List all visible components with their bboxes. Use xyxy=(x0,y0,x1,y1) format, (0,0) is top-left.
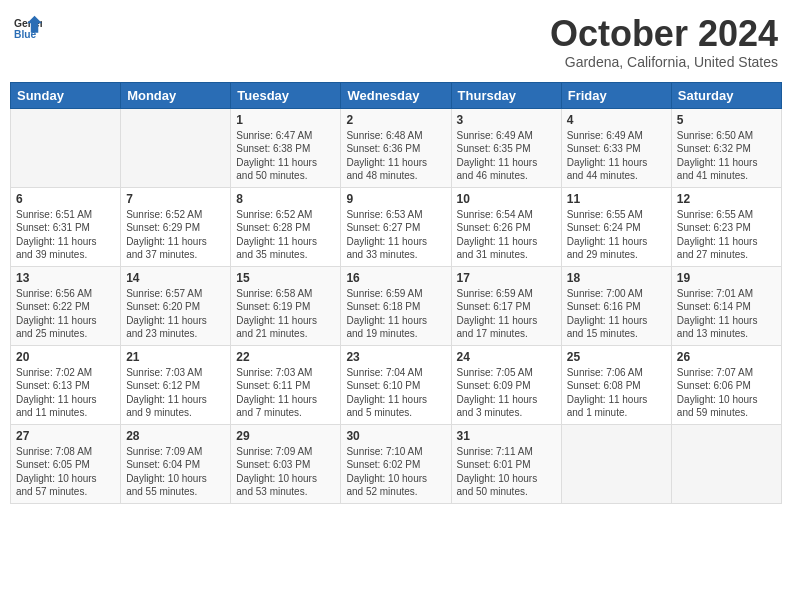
calendar-cell: 19Sunrise: 7:01 AMSunset: 6:14 PMDayligh… xyxy=(671,266,781,345)
sunset-text: Sunset: 6:32 PM xyxy=(677,142,776,156)
daylight-text: Daylight: 11 hours and 46 minutes. xyxy=(457,156,556,183)
cell-content: Sunrise: 7:09 AMSunset: 6:04 PMDaylight:… xyxy=(126,445,225,499)
calendar-cell: 24Sunrise: 7:05 AMSunset: 6:09 PMDayligh… xyxy=(451,345,561,424)
cell-content: Sunrise: 6:55 AMSunset: 6:23 PMDaylight:… xyxy=(677,208,776,262)
day-number: 3 xyxy=(457,113,556,127)
weekday-header: Thursday xyxy=(451,82,561,108)
day-number: 13 xyxy=(16,271,115,285)
cell-content: Sunrise: 7:03 AMSunset: 6:11 PMDaylight:… xyxy=(236,366,335,420)
cell-content: Sunrise: 7:03 AMSunset: 6:12 PMDaylight:… xyxy=(126,366,225,420)
calendar-cell: 12Sunrise: 6:55 AMSunset: 6:23 PMDayligh… xyxy=(671,187,781,266)
daylight-text: Daylight: 11 hours and 5 minutes. xyxy=(346,393,445,420)
sunset-text: Sunset: 6:31 PM xyxy=(16,221,115,235)
daylight-text: Daylight: 11 hours and 35 minutes. xyxy=(236,235,335,262)
calendar-cell: 5Sunrise: 6:50 AMSunset: 6:32 PMDaylight… xyxy=(671,108,781,187)
day-number: 19 xyxy=(677,271,776,285)
day-number: 10 xyxy=(457,192,556,206)
sunrise-text: Sunrise: 6:53 AM xyxy=(346,208,445,222)
sunset-text: Sunset: 6:08 PM xyxy=(567,379,666,393)
calendar-cell: 18Sunrise: 7:00 AMSunset: 6:16 PMDayligh… xyxy=(561,266,671,345)
sunset-text: Sunset: 6:36 PM xyxy=(346,142,445,156)
sunset-text: Sunset: 6:24 PM xyxy=(567,221,666,235)
day-number: 24 xyxy=(457,350,556,364)
day-number: 31 xyxy=(457,429,556,443)
day-number: 26 xyxy=(677,350,776,364)
daylight-text: Daylight: 10 hours and 55 minutes. xyxy=(126,472,225,499)
sunrise-text: Sunrise: 6:50 AM xyxy=(677,129,776,143)
cell-content: Sunrise: 6:57 AMSunset: 6:20 PMDaylight:… xyxy=(126,287,225,341)
calendar-cell: 6Sunrise: 6:51 AMSunset: 6:31 PMDaylight… xyxy=(11,187,121,266)
logo: General Blue xyxy=(14,14,42,42)
day-number: 6 xyxy=(16,192,115,206)
calendar-week-row: 6Sunrise: 6:51 AMSunset: 6:31 PMDaylight… xyxy=(11,187,782,266)
sunrise-text: Sunrise: 6:55 AM xyxy=(567,208,666,222)
calendar-cell: 31Sunrise: 7:11 AMSunset: 6:01 PMDayligh… xyxy=(451,424,561,503)
sunrise-text: Sunrise: 6:56 AM xyxy=(16,287,115,301)
sunset-text: Sunset: 6:02 PM xyxy=(346,458,445,472)
sunrise-text: Sunrise: 6:52 AM xyxy=(126,208,225,222)
weekday-header: Saturday xyxy=(671,82,781,108)
daylight-text: Daylight: 11 hours and 37 minutes. xyxy=(126,235,225,262)
calendar-cell: 3Sunrise: 6:49 AMSunset: 6:35 PMDaylight… xyxy=(451,108,561,187)
day-number: 30 xyxy=(346,429,445,443)
daylight-text: Daylight: 11 hours and 17 minutes. xyxy=(457,314,556,341)
day-number: 12 xyxy=(677,192,776,206)
day-number: 11 xyxy=(567,192,666,206)
daylight-text: Daylight: 10 hours and 59 minutes. xyxy=(677,393,776,420)
sunrise-text: Sunrise: 6:51 AM xyxy=(16,208,115,222)
daylight-text: Daylight: 11 hours and 21 minutes. xyxy=(236,314,335,341)
calendar-cell: 21Sunrise: 7:03 AMSunset: 6:12 PMDayligh… xyxy=(121,345,231,424)
calendar-cell: 23Sunrise: 7:04 AMSunset: 6:10 PMDayligh… xyxy=(341,345,451,424)
day-number: 21 xyxy=(126,350,225,364)
sunrise-text: Sunrise: 7:08 AM xyxy=(16,445,115,459)
day-number: 20 xyxy=(16,350,115,364)
sunrise-text: Sunrise: 7:04 AM xyxy=(346,366,445,380)
calendar-cell xyxy=(671,424,781,503)
calendar-week-row: 1Sunrise: 6:47 AMSunset: 6:38 PMDaylight… xyxy=(11,108,782,187)
sunrise-text: Sunrise: 6:54 AM xyxy=(457,208,556,222)
month-title: October 2024 xyxy=(550,14,778,54)
sunrise-text: Sunrise: 6:49 AM xyxy=(457,129,556,143)
daylight-text: Daylight: 11 hours and 39 minutes. xyxy=(16,235,115,262)
sunset-text: Sunset: 6:33 PM xyxy=(567,142,666,156)
cell-content: Sunrise: 6:52 AMSunset: 6:28 PMDaylight:… xyxy=(236,208,335,262)
daylight-text: Daylight: 11 hours and 7 minutes. xyxy=(236,393,335,420)
sunset-text: Sunset: 6:28 PM xyxy=(236,221,335,235)
sunset-text: Sunset: 6:17 PM xyxy=(457,300,556,314)
cell-content: Sunrise: 7:05 AMSunset: 6:09 PMDaylight:… xyxy=(457,366,556,420)
day-number: 8 xyxy=(236,192,335,206)
day-number: 23 xyxy=(346,350,445,364)
calendar-cell: 25Sunrise: 7:06 AMSunset: 6:08 PMDayligh… xyxy=(561,345,671,424)
day-number: 2 xyxy=(346,113,445,127)
calendar-cell: 8Sunrise: 6:52 AMSunset: 6:28 PMDaylight… xyxy=(231,187,341,266)
page-header: General Blue October 2024 Gardena, Calif… xyxy=(10,10,782,74)
sunrise-text: Sunrise: 7:10 AM xyxy=(346,445,445,459)
calendar-cell: 13Sunrise: 6:56 AMSunset: 6:22 PMDayligh… xyxy=(11,266,121,345)
sunset-text: Sunset: 6:12 PM xyxy=(126,379,225,393)
cell-content: Sunrise: 6:52 AMSunset: 6:29 PMDaylight:… xyxy=(126,208,225,262)
cell-content: Sunrise: 7:07 AMSunset: 6:06 PMDaylight:… xyxy=(677,366,776,420)
cell-content: Sunrise: 7:01 AMSunset: 6:14 PMDaylight:… xyxy=(677,287,776,341)
sunset-text: Sunset: 6:09 PM xyxy=(457,379,556,393)
sunrise-text: Sunrise: 7:05 AM xyxy=(457,366,556,380)
cell-content: Sunrise: 7:11 AMSunset: 6:01 PMDaylight:… xyxy=(457,445,556,499)
calendar-cell: 7Sunrise: 6:52 AMSunset: 6:29 PMDaylight… xyxy=(121,187,231,266)
sunset-text: Sunset: 6:20 PM xyxy=(126,300,225,314)
day-number: 16 xyxy=(346,271,445,285)
calendar-cell: 28Sunrise: 7:09 AMSunset: 6:04 PMDayligh… xyxy=(121,424,231,503)
day-number: 5 xyxy=(677,113,776,127)
calendar-cell: 17Sunrise: 6:59 AMSunset: 6:17 PMDayligh… xyxy=(451,266,561,345)
daylight-text: Daylight: 10 hours and 57 minutes. xyxy=(16,472,115,499)
logo-icon: General Blue xyxy=(14,14,42,42)
calendar-cell: 14Sunrise: 6:57 AMSunset: 6:20 PMDayligh… xyxy=(121,266,231,345)
cell-content: Sunrise: 6:59 AMSunset: 6:17 PMDaylight:… xyxy=(457,287,556,341)
daylight-text: Daylight: 11 hours and 1 minute. xyxy=(567,393,666,420)
sunset-text: Sunset: 6:05 PM xyxy=(16,458,115,472)
calendar-header-row: SundayMondayTuesdayWednesdayThursdayFrid… xyxy=(11,82,782,108)
day-number: 25 xyxy=(567,350,666,364)
sunrise-text: Sunrise: 7:03 AM xyxy=(126,366,225,380)
daylight-text: Daylight: 11 hours and 50 minutes. xyxy=(236,156,335,183)
cell-content: Sunrise: 7:04 AMSunset: 6:10 PMDaylight:… xyxy=(346,366,445,420)
weekday-header: Monday xyxy=(121,82,231,108)
daylight-text: Daylight: 11 hours and 11 minutes. xyxy=(16,393,115,420)
